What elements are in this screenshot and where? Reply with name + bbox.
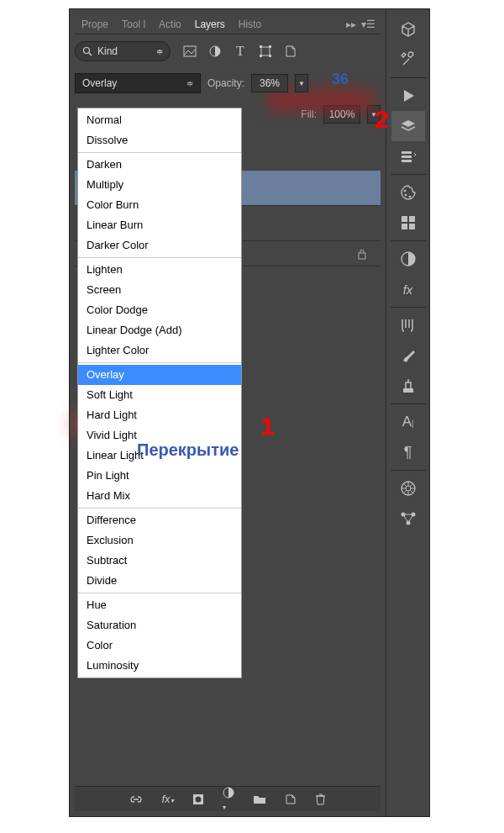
blend-option-exclusion[interactable]: Exclusion [78, 530, 241, 551]
blend-mode-current: Overlay [82, 77, 117, 89]
tools-icon[interactable] [391, 45, 425, 75]
blend-mode-select[interactable]: Overlay ≑ [75, 73, 201, 93]
blend-option-linear-burn[interactable]: Linear Burn [78, 215, 241, 235]
svg-rect-4 [261, 47, 270, 55]
layers-bottom-bar: fx▾ ▾ [75, 786, 381, 811]
blend-option-divide[interactable]: Divide [78, 571, 241, 591]
collapse-icon[interactable]: ▸▸ [346, 18, 356, 30]
svg-rect-9 [359, 253, 365, 259]
blend-option-normal[interactable]: Normal [78, 110, 241, 130]
brush-icon[interactable] [391, 340, 425, 371]
blend-option-pin-light[interactable]: Pin Light [78, 466, 241, 486]
blend-option-hard-mix[interactable]: Hard Mix [78, 486, 241, 506]
filter-kind-label: Kind [97, 45, 118, 57]
character-icon[interactable]: A| [391, 407, 425, 437]
clone-icon[interactable] [391, 371, 425, 401]
search-icon [82, 46, 92, 56]
svg-rect-19 [402, 216, 407, 222]
filter-pixel-icon[interactable] [182, 44, 197, 59]
mask-icon[interactable] [192, 793, 204, 805]
brushes-icon[interactable] [391, 310, 425, 340]
paragraph-icon[interactable]: ¶ [391, 437, 425, 467]
blend-option-subtract[interactable]: Subtract [78, 551, 241, 571]
blend-option-multiply[interactable]: Multiply [78, 175, 241, 195]
fill-label[interactable]: Fill: [301, 108, 317, 120]
svg-point-18 [408, 196, 411, 198]
blend-option-soft-light[interactable]: Soft Light [78, 385, 241, 405]
fill-dropdown[interactable]: ▼ [367, 105, 381, 124]
svg-rect-6 [269, 45, 271, 48]
blend-option-hue[interactable]: Hue [78, 595, 241, 615]
svg-point-26 [406, 486, 411, 491]
svg-rect-13 [402, 151, 412, 154]
svg-line-1 [89, 53, 92, 55]
adjustment-icon[interactable]: ▾ [223, 787, 234, 812]
dock-separator [391, 307, 426, 308]
filter-shape-icon[interactable] [258, 44, 273, 59]
opacity-dropdown[interactable]: ▼ [295, 74, 308, 92]
group-icon[interactable] [253, 793, 266, 804]
filter-smart-icon[interactable] [283, 44, 298, 59]
play-icon[interactable] [391, 81, 425, 111]
svg-rect-14 [402, 156, 412, 158]
blend-option-dissolve[interactable]: Dissolve [78, 130, 241, 150]
opacity-value[interactable]: 36% [251, 74, 288, 92]
swatches-icon[interactable] [391, 208, 425, 238]
blend-option-screen[interactable]: Screen [78, 280, 241, 300]
filter-type-icon[interactable]: T [233, 44, 248, 59]
blend-option-lighter-color[interactable]: Lighter Color [78, 340, 241, 361]
tab-histo[interactable]: Histo [232, 15, 268, 34]
tab-tool-l[interactable]: Tool l [115, 15, 152, 34]
filter-adjustment-icon[interactable] [207, 44, 223, 59]
blend-option-color-burn[interactable]: Color Burn [78, 195, 241, 215]
tab-layers[interactable]: Layers [188, 15, 232, 34]
link-icon[interactable] [129, 795, 143, 804]
adjust-icon[interactable] [391, 244, 425, 274]
chevron-updown-icon: ≑ [156, 47, 163, 56]
chevron-updown-icon: ≑ [186, 79, 193, 88]
blend-option-darker-color[interactable]: Darker Color [78, 235, 241, 256]
blend-option-color[interactable]: Color [78, 635, 241, 656]
graph-icon[interactable] [391, 503, 425, 534]
fx-icon[interactable]: fx▾ [161, 793, 173, 805]
layers-icon[interactable] [391, 111, 425, 141]
dock-separator [391, 403, 426, 404]
blend-option-linear-light[interactable]: Linear Light [78, 445, 241, 466]
dock-separator [391, 470, 426, 471]
tab-actio[interactable]: Actio [152, 15, 188, 34]
fx-icon[interactable]: fx [391, 274, 425, 304]
svg-rect-21 [402, 224, 407, 229]
new-layer-icon[interactable] [285, 793, 297, 805]
blend-option-hard-light[interactable]: Hard Light [78, 405, 241, 425]
svg-point-16 [403, 190, 406, 192]
panel-menu-icon[interactable]: ▾☰ [361, 18, 375, 30]
fill-value[interactable]: 100% [323, 105, 360, 124]
svg-rect-20 [409, 216, 415, 222]
trash-icon[interactable] [315, 793, 326, 805]
svg-rect-7 [260, 55, 262, 57]
blend-option-linear-dodge-add-[interactable]: Linear Dodge (Add) [78, 320, 241, 340]
blend-option-color-dodge[interactable]: Color Dodge [78, 300, 241, 320]
filter-kind-select[interactable]: Kind ≑ [75, 41, 171, 61]
opacity-label[interactable]: Opacity: [207, 77, 244, 89]
wheel-icon[interactable] [391, 473, 425, 503]
palette-icon[interactable] [391, 177, 425, 208]
svg-rect-24 [403, 388, 413, 393]
cube-icon[interactable] [391, 14, 425, 45]
blend-option-overlay[interactable]: Overlay [78, 365, 241, 385]
blend-option-saturation[interactable]: Saturation [78, 615, 241, 635]
blend-option-difference[interactable]: Difference [78, 510, 241, 530]
queue-icon[interactable] [391, 141, 425, 171]
blend-option-luminosity[interactable]: Luminosity [78, 656, 241, 676]
right-dock: fxA|¶ [386, 9, 429, 816]
dock-separator [391, 174, 426, 175]
dock-separator [391, 77, 426, 78]
svg-rect-5 [260, 45, 262, 48]
blend-option-vivid-light[interactable]: Vivid Light [78, 425, 241, 445]
svg-point-0 [84, 48, 90, 54]
blend-option-lighten[interactable]: Lighten [78, 260, 241, 280]
tab-prope[interactable]: Prope [75, 15, 115, 34]
layer-filter-row: Kind ≑ T [75, 41, 381, 61]
svg-rect-15 [402, 160, 412, 162]
blend-option-darken[interactable]: Darken [78, 155, 241, 175]
